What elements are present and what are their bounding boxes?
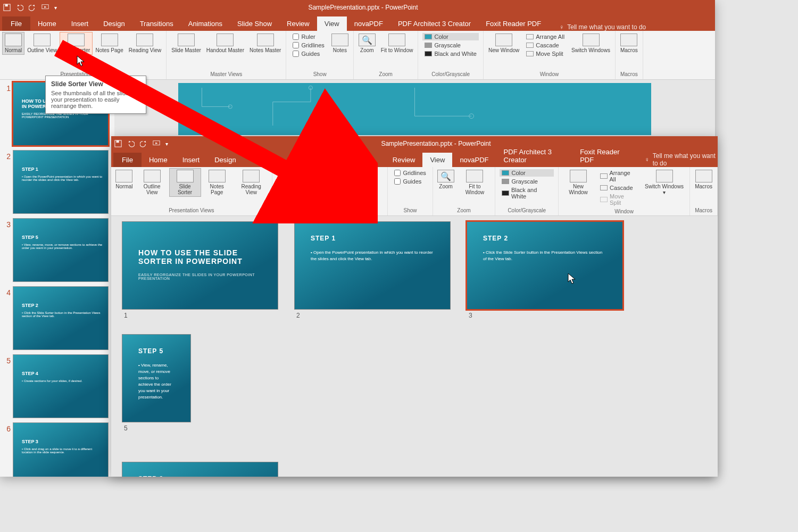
tell-me-search[interactable]: ♀Tell me what you want to do [559,23,646,31]
slide-thumb-6[interactable]: STEP 3• Click and drag on a slide to mov… [13,422,109,477]
gridlines-checkbox[interactable]: Gridlines [290,41,326,49]
ribbon: Normal Outline View Slide Sorter Notes P… [0,31,715,80]
tab-home[interactable]: Home [30,16,64,31]
titlebar: ▾ SamplePresentation.pptx - PowerPoint [0,0,715,15]
tab-transitions[interactable]: Transitions [132,16,181,31]
thumbnail-panel[interactable]: 1HOW TO USE THE SLIDE SORTER IN POWERPOI… [0,80,114,477]
tab-home[interactable]: Home [142,153,175,167]
tell-me-search[interactable]: ♀Tell me what you want to do [645,152,718,167]
grayscale-ribbon-button[interactable]: Grayscale [422,41,478,49]
slide-sorter-button[interactable]: Slide Sorter [169,168,201,197]
redo-icon[interactable] [29,4,36,11]
undo-icon[interactable] [127,140,135,147]
start-presentation-icon[interactable] [153,140,160,147]
sorter-slide-2[interactable]: STEP 1• Open the PowerPoint presentation… [294,221,451,310]
sorter-slide-5-partial[interactable]: STEP 5• View, rename, move, or remove se… [122,334,191,422]
tab-animations[interactable]: Animations [292,153,341,167]
bw-ribbon-button[interactable]: Black and White [500,186,554,200]
powerpoint-window-2: ▾ SamplePresentation.pptx - PowerPoint F… [111,136,718,477]
tab-file[interactable]: File [2,16,30,31]
notes-page-button[interactable]: Notes Page [201,168,233,197]
slide-thumb-4[interactable]: STEP 2• Click the Slide Sorter button in… [13,286,109,350]
tab-transitions[interactable]: Transitions [244,153,292,167]
tab-design[interactable]: Design [96,16,132,31]
sorter-slide-1[interactable]: HOW TO USE THE SLIDE SORTER IN POWERPOIN… [122,221,278,310]
notes-master-button[interactable]: Notes Master [350,168,385,197]
slide-thumb-2[interactable]: STEP 1• Open the PowerPoint presentation… [13,150,109,214]
tab-foxit[interactable]: Foxit Reader PDF [478,16,548,31]
tab-slideshow[interactable]: Slide Show [230,16,279,31]
switch-windows-button[interactable]: Switch Windows ▾ [641,168,687,197]
save-icon[interactable] [114,140,122,147]
sorter-slide-6[interactable]: STEP 3• Click and drag on a slide to mov… [122,462,278,477]
zoom-button[interactable]: 🔍Zoom [435,168,457,191]
tab-slideshow[interactable]: Slide Show [341,145,385,167]
tab-insert[interactable]: Insert [175,153,207,167]
handout-master-button[interactable]: Handout Master [204,32,247,55]
grayscale-ribbon-button[interactable]: Grayscale [500,178,554,185]
guides-checkbox[interactable]: Guides [290,50,326,57]
arrange-all-button[interactable]: Arrange All [524,33,567,40]
outline-view-button[interactable]: Outline View [135,168,169,197]
sorter-slide-3[interactable]: STEP 2• Click the Slide Sorter button in… [467,221,623,310]
slide-master-button[interactable]: Slide Master [275,168,308,197]
fit-window-button[interactable]: Fit to Window [456,168,493,197]
new-window-button[interactable]: New Window [486,32,522,55]
outline-view-button[interactable]: Outline View [24,32,60,55]
tab-review[interactable]: Review [385,153,423,167]
slide-sorter-pane[interactable]: HOW TO USE THE SLIDE SORTER IN POWERPOIN… [111,216,718,477]
undo-icon[interactable] [16,4,23,11]
normal-view-button[interactable]: Normal [113,168,135,191]
magnifier-icon: 🔍 [437,170,454,182]
redo-icon[interactable] [140,140,147,147]
tab-pdfarchitect[interactable]: PDF Architect 3 Creator [496,145,573,167]
bw-ribbon-button[interactable]: Black and White [422,50,478,57]
color-ribbon-button[interactable]: Color [422,33,478,40]
notes-page-button[interactable]: Notes Page [93,32,126,55]
tab-novapdf[interactable]: novaPDF [347,16,390,31]
macros-button[interactable]: Macros [692,168,715,191]
cascade-button[interactable]: Cascade [524,41,567,49]
macros-button[interactable]: Macros [618,32,641,55]
ruler-checkbox[interactable]: Ruler [290,33,326,40]
gridlines-checkbox[interactable]: Gridlines [392,169,428,177]
tab-pdfarchitect[interactable]: PDF Architect 3 Creator [390,16,478,31]
handout-master-button[interactable]: Handout Master [308,168,350,197]
start-presentation-icon[interactable] [41,4,49,11]
tab-design[interactable]: Design [207,153,243,167]
notes-button[interactable]: Notes [329,32,351,55]
lightbulb-icon: ♀ [559,23,564,31]
tab-animations[interactable]: Animations [181,16,230,31]
reading-view-button[interactable]: Reading View [126,32,164,55]
tab-foxit[interactable]: Foxit Reader PDF [572,145,634,167]
tab-view[interactable]: View [422,153,452,167]
group-label: Color/Grayscale [420,70,480,78]
tab-view[interactable]: View [317,16,347,31]
slide-master-button[interactable]: Slide Master [169,32,204,55]
zoom-button[interactable]: 🔍Zoom [356,32,378,55]
tab-novapdf[interactable]: novaPDF [452,153,496,167]
switch-windows-button[interactable]: Switch Windows [569,32,613,55]
save-icon[interactable] [3,4,11,11]
slide-thumb-3[interactable]: STEP 5• View, rename, move, or remove se… [13,218,109,282]
tab-file[interactable]: File [113,153,142,167]
cascade-button[interactable]: Cascade [598,184,639,192]
color-ribbon-button[interactable]: Color [500,169,554,177]
tab-review[interactable]: Review [279,16,317,31]
reading-view-button[interactable]: Reading View [233,168,270,197]
move-split-button: Move Split [598,193,639,206]
slide-sorter-button[interactable]: Slide Sorter [60,32,93,55]
move-split-button[interactable]: Move Split [524,50,567,57]
notes-master-button[interactable]: Notes Master [247,32,284,55]
guides-checkbox[interactable]: Guides [392,178,428,185]
svg-rect-7 [117,140,119,143]
new-window-button[interactable]: New Window [561,168,596,197]
arrange-all-button[interactable]: Arrange All [598,169,639,183]
slide-thumb-5[interactable]: STEP 4• Create sections for your slides,… [13,354,109,418]
fit-window-button[interactable]: Fit to Window [378,32,416,55]
tab-insert[interactable]: Insert [64,16,96,31]
slide-canvas[interactable] [114,80,715,138]
ribbon-tabs: File Home Insert Design Transitions Anim… [0,15,715,31]
normal-view-button[interactable]: Normal [2,32,24,55]
group-label: Zoom [356,70,416,78]
